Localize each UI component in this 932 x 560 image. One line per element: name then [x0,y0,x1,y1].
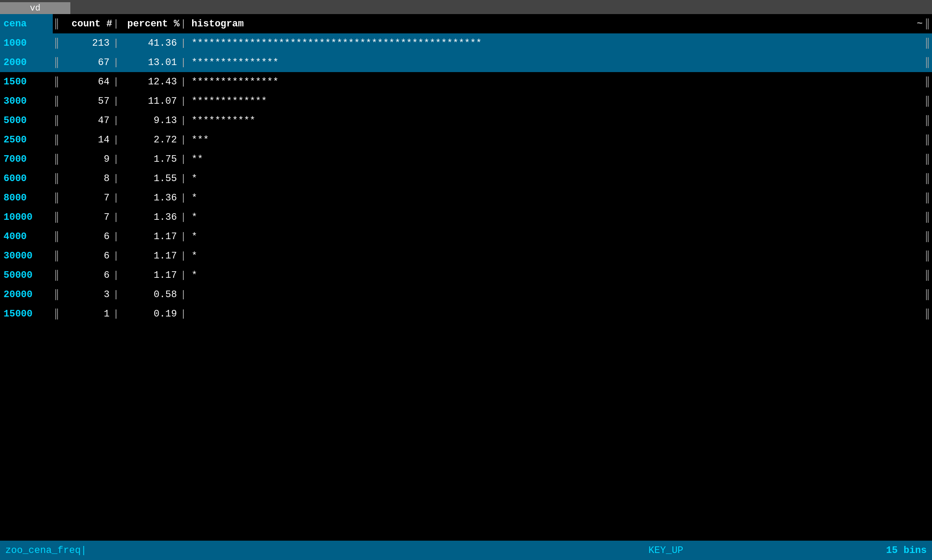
cell-cena: 5000 [0,111,53,130]
cell-percent: 1.17 [119,246,180,265]
status-middle: KEY_UP [446,545,886,556]
row-sep2: | [113,57,119,68]
cell-histogram: ** [186,149,925,169]
cell-histogram: * [186,169,925,188]
table-row[interactable]: 20000 ║ 3 | 0.58 | ║ [0,285,932,304]
cell-percent: 13.01 [119,53,180,72]
table-row[interactable]: 2500 ║ 14 | 2.72 | *** ║ [0,130,932,149]
col-cena-header: cena [0,14,53,33]
col-count-header: count # [60,14,113,33]
row-sep4: ║ [925,212,932,223]
table-row[interactable]: 1500 ║ 64 | 12.43 | *************** ║ [0,72,932,91]
cell-percent: 1.75 [119,149,180,169]
table-row[interactable]: 15000 ║ 1 | 0.19 | ║ [0,304,932,324]
cell-cena: 15000 [0,304,53,324]
table-row[interactable]: 10000 ║ 7 | 1.36 | * ║ [0,207,932,227]
table-row[interactable]: 50000 ║ 6 | 1.17 | * ║ [0,265,932,285]
row-sep4: ║ [925,231,932,242]
cell-cena: 2500 [0,130,53,149]
row-sep2: | [113,96,119,107]
status-right: 15 bins [886,545,927,556]
row-sep1: ║ [53,212,60,223]
row-sep3: | [180,231,186,242]
table-row[interactable]: 1000 ║ 213 | 41.36 | *******************… [0,33,932,53]
cell-percent: 0.58 [119,285,180,304]
cell-count: 6 [60,265,113,285]
status-left: zoo_cena_freq| [5,545,446,556]
table-row[interactable]: 2000 ║ 67 | 13.01 | *************** ║ [0,53,932,72]
table-row[interactable]: 30000 ║ 6 | 1.17 | * ║ [0,246,932,265]
row-sep2: | [113,38,119,49]
row-sep2: | [113,251,119,262]
cell-percent: 1.36 [119,207,180,227]
col-histogram-header: histogram ~ [186,14,925,33]
row-sep3: | [180,135,186,145]
row-sep3: | [180,96,186,107]
row-sep2: | [113,154,119,165]
row-sep4: ║ [925,270,932,281]
cell-cena: 1500 [0,72,53,91]
row-sep1: ║ [53,309,60,320]
row-sep4: ║ [925,251,932,262]
row-sep2: | [113,309,119,320]
row-sep3: | [180,38,186,49]
row-sep3: | [180,76,186,87]
table-body: 1000 ║ 213 | 41.36 | *******************… [0,33,932,324]
row-sep3: | [180,193,186,204]
row-sep1: ║ [53,231,60,242]
row-sep2: | [113,193,119,204]
row-sep1: ║ [53,251,60,262]
tilde-icon: ~ [917,18,925,29]
row-sep2: | [113,212,119,223]
title-bar: vd [0,0,932,14]
cell-cena: 3000 [0,91,53,111]
table-row[interactable]: 7000 ║ 9 | 1.75 | ** ║ [0,149,932,169]
cell-cena: 30000 [0,246,53,265]
cell-cena: 2000 [0,53,53,72]
row-sep3: | [180,115,186,126]
row-sep3: | [180,289,186,300]
row-sep3: | [180,251,186,262]
row-sep4: ║ [925,135,932,145]
cell-percent: 1.17 [119,265,180,285]
table-row[interactable]: 8000 ║ 7 | 1.36 | * ║ [0,188,932,207]
cell-histogram: *** [186,130,925,149]
cell-histogram: * [186,246,925,265]
row-sep3: | [180,212,186,223]
row-sep3: | [180,154,186,165]
row-sep2: | [113,76,119,87]
vd-tab[interactable]: vd [0,2,70,14]
row-sep1: ║ [53,289,60,300]
cell-cena: 20000 [0,285,53,304]
row-sep1: ║ [53,38,60,49]
cell-count: 9 [60,149,113,169]
cell-histogram: *************** [186,72,925,91]
row-sep2: | [113,289,119,300]
table-row[interactable]: 6000 ║ 8 | 1.55 | * ║ [0,169,932,188]
cell-histogram [186,285,925,304]
row-sep1: ║ [53,173,60,184]
table-row[interactable]: 4000 ║ 6 | 1.17 | * ║ [0,227,932,246]
cell-cena: 7000 [0,149,53,169]
sep4: ║ [925,18,932,29]
cell-percent: 41.36 [119,33,180,53]
sep2: | [113,18,119,29]
cell-percent: 1.36 [119,188,180,207]
row-sep3: | [180,173,186,184]
cell-cena: 6000 [0,169,53,188]
row-sep4: ║ [925,57,932,68]
row-sep2: | [113,173,119,184]
cell-count: 6 [60,246,113,265]
row-sep2: | [113,115,119,126]
cell-percent: 0.19 [119,304,180,324]
cell-count: 1 [60,304,113,324]
row-sep2: | [113,270,119,281]
row-sep4: ║ [925,193,932,204]
status-bar: zoo_cena_freq| KEY_UP 15 bins [0,541,932,560]
table-row[interactable]: 5000 ║ 47 | 9.13 | *********** ║ [0,111,932,130]
cell-count: 57 [60,91,113,111]
row-sep1: ║ [53,76,60,87]
cell-histogram: * [186,227,925,246]
table-row[interactable]: 3000 ║ 57 | 11.07 | ************* ║ [0,91,932,111]
cell-cena: 10000 [0,207,53,227]
